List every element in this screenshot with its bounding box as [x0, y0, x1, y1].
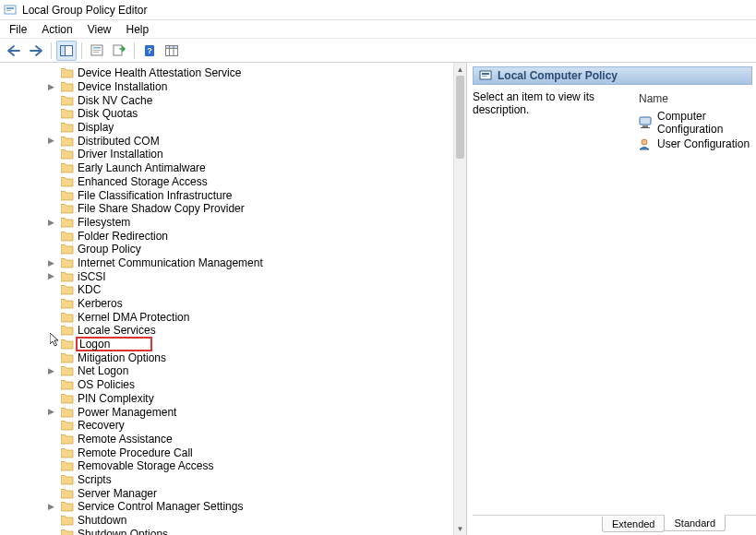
- svg-rect-19: [640, 117, 651, 125]
- menu-action[interactable]: Action: [34, 21, 79, 38]
- folder-icon: [61, 149, 74, 160]
- tree-item[interactable]: ▶iSCSI: [0, 269, 453, 283]
- tree-item[interactable]: Disk NV Cache: [0, 93, 453, 107]
- tree-item-label: Net Logon: [78, 364, 128, 377]
- tree-item[interactable]: ▶Power Management: [0, 405, 453, 419]
- tab-extended[interactable]: Extended: [602, 517, 665, 532]
- tree-item[interactable]: PIN Complexity: [0, 392, 453, 406]
- folder-icon: [61, 108, 74, 119]
- tree-item-label: Internet Communication Management: [78, 256, 263, 269]
- tree-item[interactable]: ▶Device Installation: [0, 80, 453, 94]
- chevron-right-icon[interactable]: ▶: [46, 82, 55, 91]
- toolbar-separator: [134, 42, 135, 59]
- properties-button[interactable]: [87, 41, 107, 61]
- scroll-down-arrow-icon[interactable]: ▼: [454, 522, 466, 535]
- vertical-scrollbar[interactable]: ▲ ▼: [453, 63, 466, 535]
- tree-item[interactable]: Mitigation Options: [0, 351, 453, 364]
- tree-item-label: Remote Procedure Call: [78, 446, 193, 459]
- back-button[interactable]: [4, 41, 24, 61]
- list-item-computer-configuration[interactable]: Computer Configuration: [637, 109, 756, 137]
- chevron-right-icon[interactable]: ▶: [46, 218, 55, 227]
- chevron-right-icon[interactable]: ▶: [46, 136, 55, 145]
- tree-item[interactable]: Enhanced Storage Access: [0, 175, 453, 189]
- chevron-right-icon[interactable]: ▶: [46, 366, 55, 375]
- tree-item[interactable]: ▶Filesystem: [0, 216, 453, 230]
- tree-item[interactable]: OS Policies: [0, 378, 453, 392]
- tree-item[interactable]: Driver Installation: [0, 148, 453, 161]
- tree-item[interactable]: Early Launch Antimalware: [0, 161, 453, 175]
- user-icon: [639, 137, 654, 150]
- tree-item-label: Removable Storage Access: [78, 459, 213, 472]
- tree-item[interactable]: Server Manager: [0, 486, 453, 500]
- tree-item[interactable]: Shutdown Options: [0, 527, 453, 535]
- chevron-right-icon[interactable]: ▶: [46, 407, 55, 416]
- tree-item[interactable]: ▶Internet Communication Management: [0, 256, 453, 270]
- svg-rect-8: [93, 52, 99, 53]
- help-button[interactable]: ?: [139, 41, 160, 61]
- folder-icon: [61, 501, 74, 512]
- tree-item-label: Remote Assistance: [78, 433, 173, 446]
- svg-rect-2: [6, 10, 11, 11]
- tree-item[interactable]: Device Health Attestation Service: [0, 66, 453, 80]
- tree-item-label: Display: [78, 121, 114, 134]
- folder-icon: [61, 515, 74, 526]
- tree-item[interactable]: ▶Distributed COM: [0, 134, 453, 148]
- menu-view[interactable]: View: [80, 21, 119, 38]
- tree-item[interactable]: Group Policy: [0, 243, 453, 256]
- tree-item[interactable]: Recovery: [0, 419, 453, 433]
- name-column-header[interactable]: Name: [637, 90, 756, 109]
- folder-icon: [61, 244, 74, 255]
- folder-icon: [61, 231, 74, 242]
- tree-item-label: Kernel DMA Protection: [78, 311, 189, 324]
- tree-item[interactable]: Disk Quotas: [0, 107, 453, 121]
- tree-item[interactable]: ▶Net Logon: [0, 364, 453, 378]
- tree-item[interactable]: File Classification Infrastructure: [0, 188, 453, 202]
- menu-help[interactable]: Help: [119, 21, 157, 38]
- export-list-button[interactable]: [109, 41, 129, 61]
- folder-icon: [61, 474, 74, 485]
- svg-rect-18: [482, 76, 487, 77]
- tree-item[interactable]: Kernel DMA Protection: [0, 310, 453, 324]
- details-header-title: Local Computer Policy: [498, 69, 618, 82]
- menu-bar: File Action View Help: [0, 20, 756, 39]
- chevron-right-icon[interactable]: ▶: [46, 258, 55, 268]
- tree-item[interactable]: Logon: [0, 338, 453, 351]
- tree-item-label: Group Policy: [78, 243, 141, 256]
- tree-item[interactable]: ▶Service Control Manager Settings: [0, 500, 453, 514]
- tree-item[interactable]: Scripts: [0, 473, 453, 487]
- forward-button[interactable]: [26, 41, 46, 61]
- list-item-user-configuration[interactable]: User Configuration: [637, 137, 756, 151]
- tree-item[interactable]: Remote Procedure Call: [0, 446, 453, 459]
- tree-item[interactable]: Display: [0, 121, 453, 135]
- tree-item[interactable]: KDC: [0, 283, 453, 297]
- list-item-label: User Configuration: [657, 137, 750, 150]
- scroll-up-arrow-icon[interactable]: ▲: [454, 63, 466, 76]
- tree-item[interactable]: Shutdown: [0, 514, 453, 528]
- tree-item[interactable]: Remote Assistance: [0, 433, 453, 446]
- menu-file[interactable]: File: [2, 21, 34, 38]
- window-title: Local Group Policy Editor: [22, 4, 147, 17]
- tree-item[interactable]: File Share Shadow Copy Provider: [0, 202, 453, 216]
- tree-item[interactable]: Removable Storage Access: [0, 459, 453, 473]
- scrollbar-thumb[interactable]: [456, 76, 464, 159]
- chevron-right-icon[interactable]: ▶: [46, 502, 55, 511]
- tree-view[interactable]: Device Health Attestation Service▶Device…: [0, 63, 453, 535]
- svg-rect-17: [482, 73, 489, 75]
- folder-icon: [61, 203, 74, 214]
- tree-item[interactable]: Folder Redirection: [0, 229, 453, 243]
- folder-icon: [61, 529, 74, 535]
- tree-item-label: Enhanced Storage Access: [78, 175, 208, 188]
- chevron-right-icon[interactable]: ▶: [46, 271, 55, 280]
- tree-item[interactable]: Locale Services: [0, 324, 453, 338]
- tree-item[interactable]: Kerberos: [0, 297, 453, 311]
- folder-icon: [61, 447, 74, 458]
- svg-rect-21: [641, 127, 650, 128]
- folder-icon: [61, 434, 74, 445]
- tab-standard[interactable]: Standard: [664, 515, 726, 531]
- tree-item-label: Early Launch Antimalware: [78, 161, 206, 174]
- show-hide-tree-button[interactable]: [56, 41, 77, 61]
- filter-button[interactable]: [162, 41, 182, 61]
- details-body: Select an item to view its description. …: [473, 85, 756, 535]
- tree-item-label: Shutdown: [78, 514, 126, 527]
- tree-item-label: Disk NV Cache: [78, 94, 152, 107]
